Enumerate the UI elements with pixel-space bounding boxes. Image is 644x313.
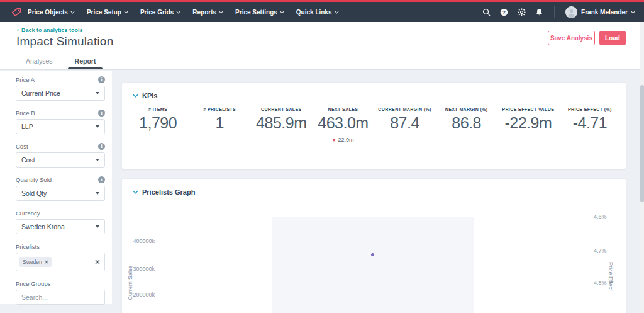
selected-value: Current Price: [21, 89, 96, 97]
nav-item-label: Price Setup: [87, 9, 121, 16]
tab-bar: Analyses Report: [23, 57, 98, 69]
selected-value: Sold Qty: [21, 190, 96, 197]
kpi-price-effect-pct: PRICE EFFECT (%) -4.71 -: [559, 107, 621, 143]
pricelists-multiselect[interactable]: Sweden: [16, 253, 105, 271]
field-label: Quantity Sold: [16, 176, 52, 183]
field-label: Price A: [16, 76, 35, 83]
nav-right-controls: ? Frank Melander: [482, 6, 635, 18]
svg-text:?: ?: [502, 9, 506, 15]
nav-item-reports[interactable]: Reports: [192, 9, 223, 16]
quantity-sold-select[interactable]: Sold Qty: [16, 186, 105, 201]
chevron-down-icon: [70, 11, 75, 14]
cost-select[interactable]: Cost: [16, 152, 105, 168]
right-axis-title: Price Effect: [608, 262, 614, 291]
chevron-down-icon: [280, 11, 284, 14]
collapse-chevron-icon: [133, 94, 138, 98]
search-icon[interactable]: [482, 8, 491, 16]
impact-simulation-screen: Price Objects Price Setup Price Grids Re…: [0, 0, 644, 313]
field-label: Pricelists: [16, 243, 40, 250]
field-label: Currency: [16, 210, 40, 217]
kpi-row: # ITEMS 1,790 - # PRICELISTS 1 - CURRENT…: [122, 107, 626, 143]
load-button[interactable]: Load: [599, 31, 626, 45]
clear-all-icon[interactable]: [95, 259, 100, 265]
nav-item-price-grids[interactable]: Price Grids: [140, 9, 180, 16]
field-price-groups: Price Groups: [16, 280, 105, 305]
price-tag-logo-icon[interactable]: [11, 7, 22, 18]
field-label: Price B: [16, 110, 35, 117]
section-title: KPIs: [142, 92, 157, 100]
right-axis-tick: -4.6%: [592, 213, 607, 220]
page-header: ‹ Back to analytics tools Impact Simulat…: [0, 22, 644, 70]
kpis-section-header[interactable]: KPIs: [122, 83, 626, 100]
price-b-select[interactable]: LLP: [16, 119, 105, 134]
nav-item-quick-links[interactable]: Quick Links: [296, 9, 339, 16]
tab-report[interactable]: Report: [72, 57, 99, 69]
price-a-select[interactable]: Current Price: [16, 86, 105, 101]
pricelists-graph-panel: Pricelists Graph 400000k 300000k 200000k…: [121, 178, 626, 313]
chevron-down-icon: [124, 11, 128, 14]
settings-gear-icon[interactable]: [518, 8, 526, 16]
kpi-next-margin: NEXT MARGIN (%) 86.8 -: [436, 107, 497, 143]
kpi-items: # ITEMS 1,790 -: [127, 107, 189, 143]
right-axis-tick: -4.8%: [592, 280, 607, 286]
info-icon[interactable]: i: [98, 76, 105, 83]
field-currency: Currency Sweden Krona: [16, 209, 105, 234]
tab-analyses[interactable]: Analyses: [23, 57, 55, 69]
person-icon: [565, 6, 577, 18]
kpi-price-effect-value: PRICE EFFECT VALUE -22.9m -: [497, 107, 559, 143]
back-link-label: Back to analytics tools: [21, 27, 83, 33]
chevron-down-icon: [335, 11, 339, 14]
chevron-down-icon: [219, 11, 223, 14]
info-icon[interactable]: i: [98, 176, 105, 183]
data-point-sweden[interactable]: [371, 253, 374, 256]
dropdown-caret-icon: [96, 125, 99, 128]
field-cost: Cost i Cost: [16, 142, 105, 168]
kpi-next-sales: NEXT SALES 463.0m 22.9m: [312, 107, 374, 143]
nav-item-price-settings[interactable]: Price Settings: [235, 9, 284, 16]
dropdown-caret-icon: [96, 159, 99, 161]
nav-item-label: Price Objects: [28, 9, 68, 16]
kpi-delta: 22.9m: [312, 137, 374, 143]
nav-item-label: Price Settings: [235, 9, 277, 16]
nav-item-price-objects[interactable]: Price Objects: [28, 9, 75, 16]
filters-sidebar: Price A i Current Price Price B i LLP Co…: [0, 71, 112, 304]
nav-item-label: Reports: [192, 9, 216, 16]
nav-menu: Price Objects Price Setup Price Grids Re…: [28, 9, 339, 16]
kpi-current-margin: CURRENT MARGIN (%) 87.4 -: [374, 107, 436, 143]
top-navbar: Price Objects Price Setup Price Grids Re…: [0, 0, 644, 22]
pricelists-scatter-chart[interactable]: 400000k 300000k 200000k Current Sales -4…: [122, 179, 626, 313]
field-pricelists: Pricelists Sweden: [16, 242, 105, 271]
kpi-current-sales: CURRENT SALES 485.9m -: [250, 107, 312, 143]
avatar: [565, 6, 577, 18]
y-axis-tick: 200000k: [133, 292, 155, 298]
dropdown-caret-icon: [96, 225, 99, 228]
chevron-down-icon: [176, 11, 180, 14]
notifications-bell-icon[interactable]: [535, 8, 543, 16]
user-menu[interactable]: Frank Melander: [565, 6, 635, 18]
currency-select[interactable]: Sweden Krona: [16, 219, 105, 234]
help-icon[interactable]: ?: [500, 8, 508, 16]
info-icon[interactable]: i: [98, 110, 105, 117]
y-axis-tick: 400000k: [133, 238, 155, 244]
save-analysis-button[interactable]: Save Analysis: [548, 31, 595, 45]
selected-value: Sweden Krona: [21, 223, 96, 230]
field-label: Price Groups: [16, 280, 50, 287]
nav-item-price-setup[interactable]: Price Setup: [87, 9, 128, 16]
chevron-down-icon: [631, 11, 635, 14]
selected-value: LLP: [21, 123, 96, 130]
kpis-panel: KPIs # ITEMS 1,790 - # PRICELISTS 1 - CU…: [121, 82, 626, 169]
kpi-pricelists: # PRICELISTS 1 -: [189, 107, 250, 143]
dropdown-caret-icon: [96, 92, 99, 94]
back-chevron-icon: ‹: [17, 27, 19, 33]
pricelist-chip-sweden[interactable]: Sweden: [19, 257, 52, 267]
back-to-analytics-link[interactable]: ‹ Back to analytics tools: [17, 27, 83, 33]
chip-remove-icon[interactable]: [45, 260, 48, 264]
vertical-scrollbar-track[interactable]: [640, 22, 644, 313]
price-groups-search-input[interactable]: [16, 290, 105, 305]
vertical-scrollbar-thumb[interactable]: [640, 85, 644, 202]
nav-item-label: Price Grids: [140, 9, 174, 16]
nav-divider: [554, 6, 555, 18]
y-axis-tick: 300000k: [133, 266, 155, 272]
plot-band: [272, 217, 474, 313]
info-icon[interactable]: i: [98, 143, 105, 150]
